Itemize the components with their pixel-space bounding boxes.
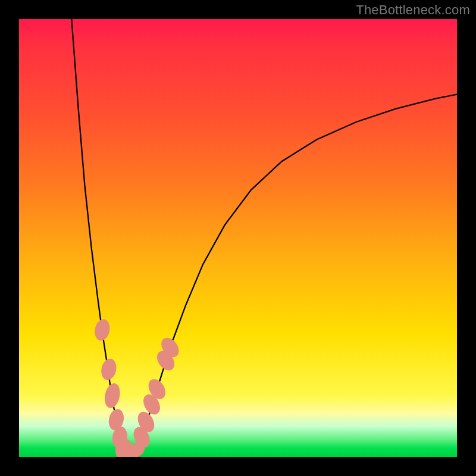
- data-marker: [103, 382, 122, 409]
- data-marker: [100, 358, 118, 381]
- plot-area: [19, 19, 457, 457]
- data-marker: [93, 318, 111, 342]
- curve-right: [129, 95, 457, 455]
- chart-svg: [19, 19, 457, 457]
- chart-frame: TheBottleneck.com: [0, 0, 476, 476]
- curve-left: [71, 19, 129, 455]
- watermark-text: TheBottleneck.com: [356, 2, 470, 18]
